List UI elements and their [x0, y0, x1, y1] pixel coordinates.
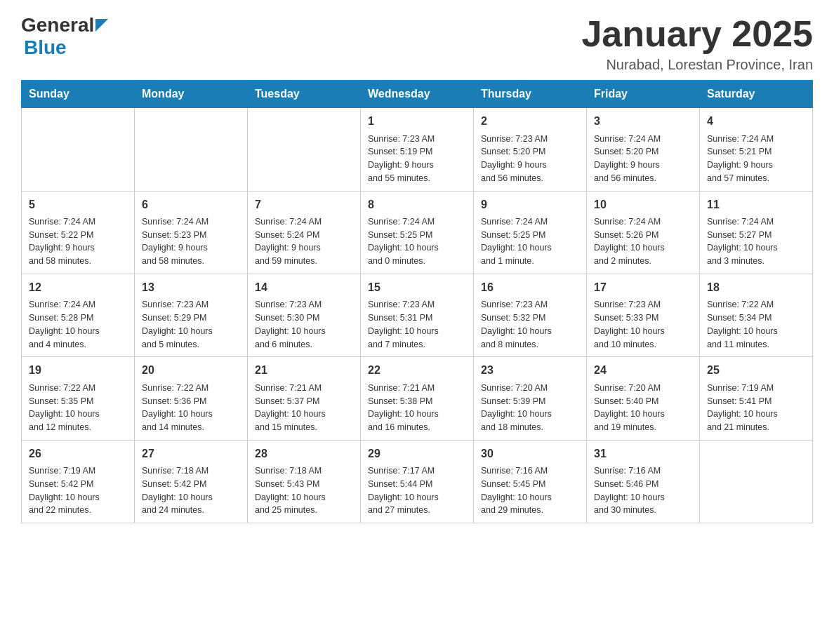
day-info: Sunrise: 7:22 AMSunset: 5:35 PMDaylight:…	[29, 382, 127, 434]
header-day-friday: Friday	[587, 81, 700, 108]
day-number: 1	[368, 114, 466, 129]
day-number: 28	[255, 446, 353, 462]
calendar-cell: 16Sunrise: 7:23 AMSunset: 5:32 PMDayligh…	[474, 274, 587, 356]
calendar-cell: 11Sunrise: 7:24 AMSunset: 5:27 PMDayligh…	[700, 191, 813, 274]
calendar-cell: 3Sunrise: 7:24 AMSunset: 5:20 PMDaylight…	[587, 108, 700, 191]
calendar-cell: 14Sunrise: 7:23 AMSunset: 5:30 PMDayligh…	[248, 274, 361, 356]
day-number: 4	[707, 114, 805, 129]
day-number: 3	[594, 114, 692, 129]
month-title: January 2025	[581, 14, 813, 54]
week-row-4: 19Sunrise: 7:22 AMSunset: 5:35 PMDayligh…	[22, 357, 813, 440]
day-number: 6	[142, 197, 240, 213]
day-number: 12	[29, 280, 127, 295]
calendar-cell	[248, 108, 361, 191]
day-info: Sunrise: 7:19 AMSunset: 5:41 PMDaylight:…	[707, 382, 805, 434]
logo-arrow-icon	[95, 19, 108, 32]
svg-marker-0	[95, 19, 108, 32]
calendar-cell: 23Sunrise: 7:20 AMSunset: 5:39 PMDayligh…	[474, 357, 587, 440]
header-day-wednesday: Wednesday	[361, 81, 474, 108]
title-area: January 2025 Nurabad, Lorestan Province,…	[581, 14, 813, 73]
calendar-cell: 1Sunrise: 7:23 AMSunset: 5:19 PMDaylight…	[361, 108, 474, 191]
calendar-cell: 20Sunrise: 7:22 AMSunset: 5:36 PMDayligh…	[135, 357, 248, 440]
logo: General Blue	[21, 14, 108, 59]
location-subtitle: Nurabad, Lorestan Province, Iran	[581, 57, 813, 73]
day-info: Sunrise: 7:24 AMSunset: 5:20 PMDaylight:…	[594, 133, 692, 185]
page-header: General Blue January 2025 Nurabad, Lores…	[21, 14, 813, 73]
header-day-saturday: Saturday	[700, 81, 813, 108]
day-number: 27	[142, 446, 240, 462]
day-number: 26	[29, 446, 127, 462]
day-number: 29	[368, 446, 466, 462]
day-info: Sunrise: 7:18 AMSunset: 5:42 PMDaylight:…	[142, 464, 240, 517]
day-number: 31	[594, 446, 692, 462]
day-info: Sunrise: 7:24 AMSunset: 5:22 PMDaylight:…	[29, 215, 127, 268]
calendar-cell: 17Sunrise: 7:23 AMSunset: 5:33 PMDayligh…	[587, 274, 700, 356]
header-row: SundayMondayTuesdayWednesdayThursdayFrid…	[22, 81, 813, 108]
day-number: 30	[481, 446, 579, 462]
day-info: Sunrise: 7:16 AMSunset: 5:45 PMDaylight:…	[481, 464, 579, 517]
day-number: 10	[594, 197, 692, 213]
calendar-cell: 25Sunrise: 7:19 AMSunset: 5:41 PMDayligh…	[700, 357, 813, 440]
header-day-tuesday: Tuesday	[248, 81, 361, 108]
calendar-cell: 7Sunrise: 7:24 AMSunset: 5:24 PMDaylight…	[248, 191, 361, 274]
day-number: 16	[481, 280, 579, 295]
day-info: Sunrise: 7:20 AMSunset: 5:39 PMDaylight:…	[481, 382, 579, 434]
calendar-cell: 2Sunrise: 7:23 AMSunset: 5:20 PMDaylight…	[474, 108, 587, 191]
calendar-cell: 18Sunrise: 7:22 AMSunset: 5:34 PMDayligh…	[700, 274, 813, 356]
day-info: Sunrise: 7:24 AMSunset: 5:27 PMDaylight:…	[707, 215, 805, 268]
day-info: Sunrise: 7:23 AMSunset: 5:29 PMDaylight:…	[142, 298, 240, 351]
day-number: 19	[29, 363, 127, 378]
calendar-cell: 13Sunrise: 7:23 AMSunset: 5:29 PMDayligh…	[135, 274, 248, 356]
day-number: 21	[255, 363, 353, 378]
calendar-body: 1Sunrise: 7:23 AMSunset: 5:19 PMDaylight…	[22, 108, 813, 523]
day-number: 25	[707, 363, 805, 378]
calendar-cell: 28Sunrise: 7:18 AMSunset: 5:43 PMDayligh…	[248, 440, 361, 523]
calendar-cell: 21Sunrise: 7:21 AMSunset: 5:37 PMDayligh…	[248, 357, 361, 440]
day-number: 18	[707, 280, 805, 295]
week-row-5: 26Sunrise: 7:19 AMSunset: 5:42 PMDayligh…	[22, 440, 813, 523]
day-info: Sunrise: 7:22 AMSunset: 5:36 PMDaylight:…	[142, 382, 240, 434]
day-info: Sunrise: 7:23 AMSunset: 5:30 PMDaylight:…	[255, 298, 353, 351]
day-info: Sunrise: 7:22 AMSunset: 5:34 PMDaylight:…	[707, 298, 805, 351]
calendar-cell: 8Sunrise: 7:24 AMSunset: 5:25 PMDaylight…	[361, 191, 474, 274]
day-info: Sunrise: 7:24 AMSunset: 5:25 PMDaylight:…	[481, 215, 579, 268]
calendar-cell: 15Sunrise: 7:23 AMSunset: 5:31 PMDayligh…	[361, 274, 474, 356]
calendar-cell	[22, 108, 135, 191]
day-info: Sunrise: 7:23 AMSunset: 5:20 PMDaylight:…	[481, 133, 579, 185]
day-info: Sunrise: 7:17 AMSunset: 5:44 PMDaylight:…	[368, 464, 466, 517]
day-info: Sunrise: 7:18 AMSunset: 5:43 PMDaylight:…	[255, 464, 353, 517]
day-info: Sunrise: 7:24 AMSunset: 5:26 PMDaylight:…	[594, 215, 692, 268]
day-number: 14	[255, 280, 353, 295]
day-number: 20	[142, 363, 240, 378]
day-info: Sunrise: 7:23 AMSunset: 5:19 PMDaylight:…	[368, 133, 466, 185]
day-number: 11	[707, 197, 805, 213]
day-info: Sunrise: 7:23 AMSunset: 5:32 PMDaylight:…	[481, 298, 579, 351]
day-number: 8	[368, 197, 466, 213]
calendar-cell: 31Sunrise: 7:16 AMSunset: 5:46 PMDayligh…	[587, 440, 700, 523]
header-day-monday: Monday	[135, 81, 248, 108]
day-number: 5	[29, 197, 127, 213]
calendar-table: SundayMondayTuesdayWednesdayThursdayFrid…	[21, 80, 813, 523]
day-info: Sunrise: 7:21 AMSunset: 5:37 PMDaylight:…	[255, 382, 353, 434]
calendar-cell: 24Sunrise: 7:20 AMSunset: 5:40 PMDayligh…	[587, 357, 700, 440]
calendar-header: SundayMondayTuesdayWednesdayThursdayFrid…	[22, 81, 813, 108]
week-row-3: 12Sunrise: 7:24 AMSunset: 5:28 PMDayligh…	[22, 274, 813, 356]
day-number: 7	[255, 197, 353, 213]
calendar-cell: 22Sunrise: 7:21 AMSunset: 5:38 PMDayligh…	[361, 357, 474, 440]
calendar-cell: 6Sunrise: 7:24 AMSunset: 5:23 PMDaylight…	[135, 191, 248, 274]
day-info: Sunrise: 7:24 AMSunset: 5:21 PMDaylight:…	[707, 133, 805, 185]
calendar-cell: 4Sunrise: 7:24 AMSunset: 5:21 PMDaylight…	[700, 108, 813, 191]
day-info: Sunrise: 7:21 AMSunset: 5:38 PMDaylight:…	[368, 382, 466, 434]
day-info: Sunrise: 7:16 AMSunset: 5:46 PMDaylight:…	[594, 464, 692, 517]
day-info: Sunrise: 7:19 AMSunset: 5:42 PMDaylight:…	[29, 464, 127, 517]
calendar-cell: 9Sunrise: 7:24 AMSunset: 5:25 PMDaylight…	[474, 191, 587, 274]
calendar-cell: 12Sunrise: 7:24 AMSunset: 5:28 PMDayligh…	[22, 274, 135, 356]
day-number: 2	[481, 114, 579, 129]
day-number: 17	[594, 280, 692, 295]
calendar-cell: 26Sunrise: 7:19 AMSunset: 5:42 PMDayligh…	[22, 440, 135, 523]
day-number: 23	[481, 363, 579, 378]
calendar-cell: 30Sunrise: 7:16 AMSunset: 5:45 PMDayligh…	[474, 440, 587, 523]
day-number: 9	[481, 197, 579, 213]
logo-blue-text: Blue	[24, 36, 67, 58]
logo-general-text: General	[21, 14, 94, 36]
